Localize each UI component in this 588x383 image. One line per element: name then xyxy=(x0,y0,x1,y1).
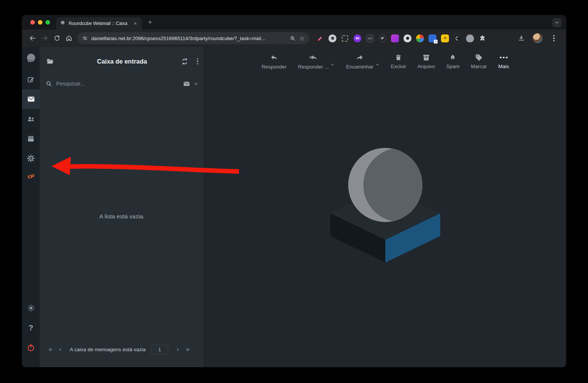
refresh-icon[interactable] xyxy=(181,58,189,65)
extension-pink-pen-icon[interactable] xyxy=(316,34,324,42)
extension-lens-icon[interactable] xyxy=(403,34,411,42)
extension-screenshot-icon[interactable] xyxy=(341,34,349,42)
tab-favicon-icon xyxy=(60,20,66,27)
last-page-button[interactable]: » xyxy=(183,346,192,353)
reply-button[interactable]: Responder xyxy=(261,53,286,70)
extension-purple-icon[interactable] xyxy=(391,34,399,42)
search-icon xyxy=(45,80,52,87)
message-list: A lista está vazia. xyxy=(40,92,204,341)
extension-camera-icon[interactable] xyxy=(328,34,336,42)
message-toolbar: Responder Responder ... Encaminhar xyxy=(205,47,566,76)
reply-all-button[interactable]: Responder ... xyxy=(298,53,328,70)
extension-yellow-icon[interactable] xyxy=(441,34,449,42)
sidebar-cpanel-icon[interactable]: cP xyxy=(22,168,40,185)
sidebar-mail-icon[interactable] xyxy=(22,89,40,109)
flame-icon xyxy=(449,53,457,62)
spam-button[interactable]: Spam xyxy=(446,53,460,69)
profile-avatar[interactable] xyxy=(533,33,543,43)
address-bar[interactable]: danielfarias.net.br:2096/cpsess251696511… xyxy=(77,32,309,44)
app-sidebar: cP ? xyxy=(22,47,40,367)
extension-pinwheel-icon[interactable] xyxy=(416,34,424,42)
sidebar-settings-gear-icon[interactable] xyxy=(22,148,40,168)
browser-toolbar: danielfarias.net.br:2096/cpsess251696511… xyxy=(22,30,566,47)
sidebar-brightness-icon[interactable] xyxy=(22,298,40,318)
extension-code-icon[interactable]: </> xyxy=(366,34,374,42)
extension-crescent-icon[interactable] xyxy=(454,34,461,42)
browser-tab[interactable]: Roundcube Webmail :: Caixa × xyxy=(56,17,142,30)
reply-icon xyxy=(270,53,278,62)
list-options-kebab-icon[interactable] xyxy=(197,58,199,65)
extension-gray-icon[interactable] xyxy=(466,34,474,42)
tab-close-icon[interactable]: × xyxy=(132,20,139,27)
site-settings-icon[interactable] xyxy=(82,35,88,41)
content-pane: Responder Responder ... Encaminhar xyxy=(205,47,566,367)
empty-list-text: A lista está vazia. xyxy=(99,213,145,220)
downloads-icon[interactable] xyxy=(515,32,527,44)
extensions-row: 50 </> IP 2 xyxy=(316,34,486,42)
close-window-button[interactable] xyxy=(30,20,35,25)
reload-button[interactable] xyxy=(51,32,63,44)
reply-all-menu-chevron-icon[interactable] xyxy=(330,61,335,70)
forward-button[interactable] xyxy=(39,32,51,44)
home-button[interactable] xyxy=(63,32,75,44)
roundcube-watermark xyxy=(328,145,442,263)
more-dots-icon xyxy=(500,53,508,62)
extension-blue-icon[interactable]: 2 xyxy=(428,34,436,42)
next-page-button[interactable]: › xyxy=(173,346,183,353)
page-number-input[interactable] xyxy=(151,345,168,354)
window-controls xyxy=(22,20,56,25)
mark-button[interactable]: Marcar xyxy=(471,53,487,69)
extension-50-badge-icon[interactable]: 50 xyxy=(353,34,361,42)
search-scope-button[interactable] xyxy=(183,80,199,87)
search-scope-chevron-icon xyxy=(194,81,199,86)
zoom-window-button[interactable] xyxy=(45,20,50,25)
message-list-panel: Caixa de entrada xyxy=(40,47,205,367)
forward-icon xyxy=(355,53,364,62)
forward-menu-chevron-icon[interactable] xyxy=(375,61,380,70)
extension-ip-icon[interactable]: IP xyxy=(378,34,386,42)
sidebar-compose-icon[interactable] xyxy=(22,70,40,89)
tab-strip: Roundcube Webmail :: Caixa × + xyxy=(22,15,566,30)
new-tab-button[interactable]: + xyxy=(145,17,155,28)
roundcube-logo[interactable] xyxy=(22,47,40,70)
sidebar-contacts-icon[interactable] xyxy=(22,109,40,129)
list-pagination: « ‹ A caixa de mensagens está vazia › » xyxy=(40,341,204,357)
extensions-puzzle-icon[interactable] xyxy=(479,34,486,42)
sidebar-calendar-icon[interactable] xyxy=(22,129,40,148)
delete-button[interactable]: Excluir xyxy=(391,53,407,69)
tab-search-chevron-icon[interactable] xyxy=(552,18,561,27)
minimize-window-button[interactable] xyxy=(38,20,42,25)
prev-page-button[interactable]: ‹ xyxy=(55,346,65,353)
sidebar-logout-power-icon[interactable] xyxy=(22,338,40,357)
bookmark-star-icon[interactable]: ☆ xyxy=(299,35,305,42)
trash-icon xyxy=(394,53,402,62)
zoom-icon[interactable] xyxy=(289,35,296,42)
roundcube-app: cP ? Caixa de entrada xyxy=(22,47,566,367)
browser-window: Roundcube Webmail :: Caixa × + danielfar… xyxy=(22,15,566,367)
archive-icon xyxy=(422,53,430,62)
sidebar-help-icon[interactable]: ? xyxy=(22,318,40,338)
toolbar-trailing xyxy=(515,32,561,44)
back-button[interactable] xyxy=(27,32,39,44)
first-page-button[interactable]: « xyxy=(45,346,55,353)
forward-button-mail[interactable]: Encaminhar xyxy=(346,53,373,70)
url-text: danielfarias.net.br:2096/cpsess251696511… xyxy=(91,36,286,41)
browser-menu-kebab-icon[interactable] xyxy=(548,32,560,44)
tab-title: Roundcube Webmail :: Caixa xyxy=(69,21,129,26)
more-button[interactable]: Mais xyxy=(498,53,509,69)
search-scope-envelope-icon xyxy=(183,80,190,87)
mailbox-status-text: A caixa de mensagens está vazia xyxy=(70,347,145,352)
reply-all-icon xyxy=(308,53,318,62)
archive-button[interactable]: Arquivo xyxy=(418,53,435,69)
search-bar xyxy=(40,76,204,92)
extension-blue-badge: 2 xyxy=(434,40,438,44)
tag-icon xyxy=(475,53,483,62)
search-input[interactable] xyxy=(56,81,179,87)
folders-icon[interactable] xyxy=(46,57,54,65)
folder-title: Caixa de entrada xyxy=(97,58,147,65)
list-header: Caixa de entrada xyxy=(40,47,204,76)
